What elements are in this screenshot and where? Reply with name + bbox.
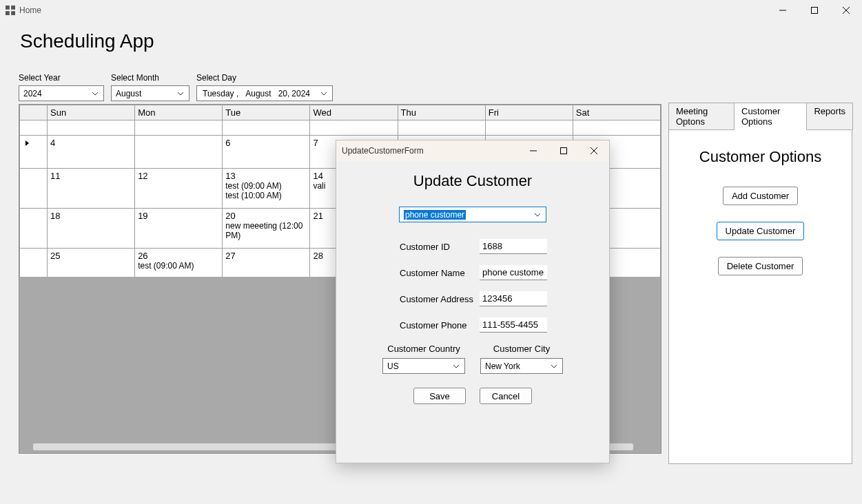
customer-phone-field[interactable] (480, 317, 547, 333)
row-header[interactable] (20, 120, 48, 136)
tab-customer-options[interactable]: Customer Options (734, 103, 807, 130)
calendar-event: test (09:00 AM) (138, 261, 219, 271)
calendar-cell[interactable]: 13test (09:00 AM)test (10:00 AM) (223, 169, 310, 209)
calendar-cell[interactable]: 11 (48, 169, 135, 209)
window-titlebar: Home (0, 0, 862, 21)
customer-address-label: Customer Address (400, 294, 480, 304)
day-header: Fri (485, 105, 573, 120)
calendar-event: test (09:00 AM) (225, 181, 307, 191)
chevron-down-icon (451, 363, 462, 370)
day-select[interactable]: Tuesday , August 20, 2024 (196, 85, 333, 101)
maximize-button[interactable] (799, 0, 830, 21)
month-label: Select Month (111, 73, 189, 83)
customer-country-select[interactable]: US (382, 358, 465, 374)
app-icon (6, 6, 15, 15)
dialog-close-button[interactable] (579, 140, 609, 161)
day-header: Sun (48, 105, 135, 120)
chevron-down-icon (175, 90, 186, 97)
delete-customer-button[interactable]: Delete Customer (718, 257, 803, 275)
year-value: 2024 (23, 89, 42, 98)
calendar-cell[interactable]: 6 (223, 136, 310, 169)
year-label: Select Year (19, 73, 104, 83)
day-header: Tue (223, 105, 310, 120)
svg-rect-0 (6, 6, 10, 10)
chevron-down-icon (90, 90, 101, 97)
dialog-body: Update Customer phone customer Customer … (336, 161, 609, 411)
calendar-cell[interactable] (223, 120, 310, 136)
window-title: Home (19, 6, 41, 15)
chevron-down-icon (532, 211, 543, 218)
calendar-cell[interactable] (573, 120, 660, 136)
month-value: August (116, 89, 141, 98)
day-header: Wed (310, 105, 398, 120)
tab-reports[interactable]: Reports (806, 103, 853, 130)
calendar-cell[interactable]: 18 (48, 209, 135, 249)
tab-strip: Meeting OptonsCustomer OptionsReports (668, 103, 852, 130)
panel-title: Customer Options (676, 148, 845, 166)
calendar-cell[interactable]: 5test (03:30 PM) (135, 136, 223, 169)
day-month: August (245, 89, 271, 98)
svg-rect-13 (561, 148, 567, 154)
svg-rect-5 (812, 8, 818, 14)
page-title: Scheduling App (20, 30, 852, 52)
day-year: 2024 (291, 89, 310, 98)
save-button[interactable]: Save (413, 388, 466, 404)
customer-phone-label: Customer Phone (400, 320, 480, 330)
calendar-cell[interactable] (48, 120, 135, 136)
add-customer-button[interactable]: Add Customer (723, 187, 798, 205)
dialog-heading: Update Customer (350, 172, 595, 190)
close-button[interactable] (830, 0, 862, 21)
customer-country-label: Customer Country (380, 344, 467, 354)
customer-name-field[interactable] (480, 265, 547, 280)
calendar-event: test (10:00 AM) (225, 191, 307, 200)
minimize-button[interactable] (767, 0, 799, 21)
customer-name-label: Customer Name (400, 268, 480, 278)
day-number: 20, (278, 89, 290, 98)
customer-address-field[interactable] (480, 291, 547, 306)
dialog-window-controls (518, 140, 609, 161)
calendar-cell[interactable] (310, 120, 398, 136)
day-header: Sat (573, 105, 660, 120)
right-panel: Meeting OptonsCustomer OptionsReports Cu… (668, 103, 852, 452)
customer-city-value: New York (485, 361, 520, 371)
calendar-cell[interactable] (398, 120, 485, 136)
customer-city-select[interactable]: New York (480, 358, 563, 374)
dialog-maximize-button[interactable] (548, 140, 579, 161)
calendar-event: test (03:30 PM) (138, 148, 219, 158)
svg-rect-1 (11, 6, 15, 10)
year-select[interactable]: 2024 (19, 85, 104, 101)
row-header[interactable] (20, 209, 48, 249)
dialog-minimize-button[interactable] (518, 140, 548, 161)
day-label: Select Day (196, 73, 333, 83)
selector-row: Select Year 2024 Select Month August Sel… (19, 73, 852, 101)
customer-city-label: Customer City (478, 344, 565, 354)
month-select[interactable]: August (111, 85, 189, 101)
row-header[interactable] (20, 169, 48, 209)
chevron-down-icon (318, 90, 329, 97)
customer-select[interactable]: phone customer (399, 207, 546, 222)
customer-id-field[interactable] (480, 239, 547, 254)
calendar-cell[interactable]: 4 (48, 136, 135, 169)
calendar-cell[interactable] (135, 120, 223, 136)
update-customer-button[interactable]: Update Customer (717, 222, 805, 240)
calendar-cell[interactable]: 12 (135, 169, 223, 209)
window-controls (767, 0, 862, 21)
calendar-event: new meeeting (12:00 PM) (225, 221, 307, 240)
chevron-down-icon (548, 363, 560, 370)
cancel-button[interactable]: Cancel (480, 388, 532, 404)
tab-body: Customer Options Add CustomerUpdate Cust… (668, 129, 852, 464)
tab-meeting-optons[interactable]: Meeting Optons (668, 103, 735, 130)
svg-rect-2 (6, 11, 10, 15)
day-header: Thu (398, 105, 485, 120)
customer-id-label: Customer ID (400, 242, 480, 252)
day-weekday: Tuesday (203, 89, 234, 98)
calendar-cell[interactable] (485, 120, 573, 136)
update-customer-dialog: UpdateCustomerForm Update Customer phone… (336, 140, 610, 463)
customer-select-value: phone customer (404, 210, 466, 220)
row-header-column (20, 105, 48, 120)
row-header[interactable] (20, 136, 48, 169)
dialog-titlebar: UpdateCustomerForm (336, 140, 609, 161)
calendar-cell[interactable]: 20new meeeting (12:00 PM) (223, 209, 310, 249)
dialog-title: UpdateCustomerForm (342, 146, 424, 156)
calendar-cell[interactable]: 19 (135, 209, 223, 249)
